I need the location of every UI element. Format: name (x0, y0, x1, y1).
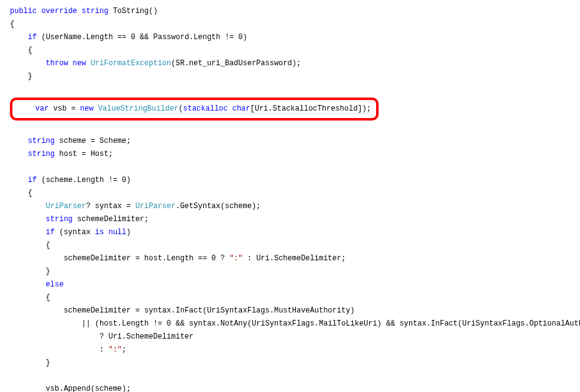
code-line: public override string ToString() (10, 7, 158, 16)
code-block: public override string ToString() { if (… (0, 0, 580, 392)
keyword-if: if (28, 33, 37, 42)
keyword-new: new (73, 59, 86, 68)
keyword-null: null (108, 228, 126, 237)
keyword-is: is (95, 228, 104, 237)
keyword-override: override (41, 7, 77, 16)
keyword-char: char (232, 104, 251, 113)
string-literal: ":" (229, 254, 243, 263)
keyword-else: else (46, 280, 64, 289)
type-name: UriFormatException (91, 59, 172, 68)
identifier: UserName (46, 33, 82, 42)
type-name: ValueStringBuilder (98, 104, 179, 113)
keyword-stackalloc: stackalloc (183, 104, 228, 113)
brace: { (10, 20, 14, 29)
keyword-string: string (81, 7, 108, 16)
keyword-public: public (10, 7, 37, 16)
method-name: ToString (113, 7, 149, 16)
keyword-var: var (35, 104, 49, 113)
highlighted-line: var vsb = new ValueStringBuilder(stackal… (10, 98, 379, 121)
keyword-throw: throw (46, 59, 68, 68)
